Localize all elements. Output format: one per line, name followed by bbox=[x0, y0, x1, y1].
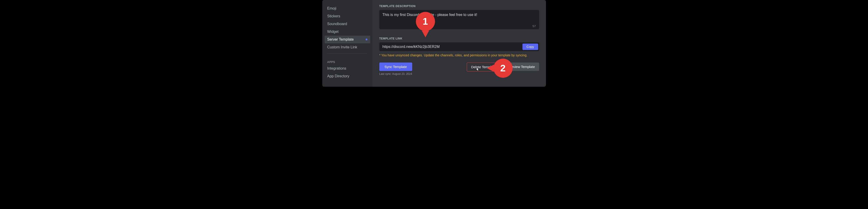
copy-button[interactable]: Copy bbox=[522, 43, 538, 50]
sidebar-item-stickers[interactable]: Stickers bbox=[324, 12, 370, 20]
sidebar-heading-apps: APPS bbox=[324, 59, 370, 65]
sidebar-item-label: Emoji bbox=[327, 6, 336, 10]
unsynced-warning: * You have unsynced changes. Update the … bbox=[379, 53, 539, 57]
sidebar-item-custom-invite[interactable]: Custom Invite Link bbox=[324, 43, 370, 51]
sidebar-item-soundboard[interactable]: Soundboard bbox=[324, 20, 370, 28]
sidebar-item-label: Integrations bbox=[327, 66, 346, 70]
sidebar-item-label: Soundboard bbox=[327, 22, 347, 26]
sidebar-item-app-directory[interactable]: App Directory bbox=[324, 72, 370, 80]
unsynced-indicator-icon bbox=[366, 38, 368, 40]
actions-row: Sync Template Last sync: August 23, 2024… bbox=[379, 62, 539, 76]
char-count: 57 bbox=[532, 24, 536, 28]
description-label: TEMPLATE DESCRIPTION bbox=[379, 5, 539, 8]
main-content: TEMPLATE DESCRIPTION 57 TEMPLATE LINK Co… bbox=[372, 0, 546, 87]
last-sync-text: Last sync: August 23, 2024 bbox=[379, 72, 412, 76]
sidebar-item-label: App Directory bbox=[327, 74, 349, 78]
sidebar-item-label: Server Template bbox=[327, 37, 354, 41]
sidebar-item-label: Custom Invite Link bbox=[327, 45, 358, 49]
delete-template-button[interactable]: Delete Template bbox=[467, 62, 500, 71]
sidebar-item-label: Stickers bbox=[327, 14, 340, 18]
sidebar-item-widget[interactable]: Widget bbox=[324, 28, 370, 36]
link-label: TEMPLATE LINK bbox=[379, 37, 539, 40]
preview-template-button[interactable]: Preview Template bbox=[504, 62, 539, 71]
sidebar-item-label: Widget bbox=[327, 30, 339, 34]
description-textarea[interactable] bbox=[379, 10, 539, 29]
template-link-input[interactable] bbox=[379, 42, 522, 51]
sidebar-item-emoji[interactable]: Emoji bbox=[324, 5, 370, 12]
settings-sidebar: Emoji Stickers Soundboard Widget Server … bbox=[322, 0, 372, 87]
sidebar-item-server-template[interactable]: Server Template bbox=[324, 36, 370, 43]
sync-column: Sync Template Last sync: August 23, 2024 bbox=[379, 62, 412, 76]
sidebar-divider bbox=[327, 53, 368, 54]
description-textarea-wrap: 57 bbox=[379, 10, 539, 30]
link-input-wrap: Copy bbox=[379, 42, 539, 51]
sync-template-button[interactable]: Sync Template bbox=[379, 62, 412, 71]
settings-panel: Emoji Stickers Soundboard Widget Server … bbox=[322, 0, 546, 87]
sidebar-item-integrations[interactable]: Integrations bbox=[324, 65, 370, 72]
